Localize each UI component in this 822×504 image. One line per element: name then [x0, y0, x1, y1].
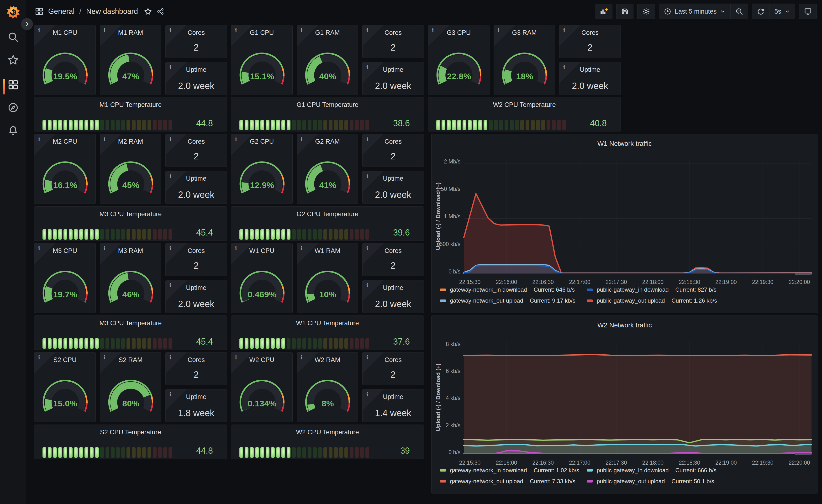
panel-cores-stat[interactable]: iCores2: [165, 352, 227, 385]
panel-cpu-gauge[interactable]: iS2 CPU 15.0%: [34, 352, 96, 422]
panel-cores-stat[interactable]: iCores2: [165, 25, 227, 58]
led-cell: [287, 447, 291, 458]
add-panel-button[interactable]: [595, 4, 612, 19]
legend-item[interactable]: gateway-network_out uploadCurrent: 9.17 …: [440, 297, 575, 304]
panel-cpu-gauge[interactable]: iG1 CPU 15.1%: [231, 25, 293, 95]
legend-series-name[interactable]: gateway-network_out upload: [450, 297, 523, 304]
led-cell: [478, 120, 482, 130]
panel-cpu-gauge[interactable]: iG3 CPU 22.8%: [428, 25, 489, 95]
legend-item[interactable]: public-gateway_out uploadCurrent: 1.26 k…: [587, 297, 717, 304]
star-icon[interactable]: [144, 8, 152, 15]
led-cell: [79, 338, 83, 349]
alerting-bell-icon[interactable]: [8, 125, 19, 136]
refresh-icon: [757, 8, 765, 15]
cycle-view-tv-button[interactable]: [799, 4, 817, 19]
panel-uptime-stat[interactable]: iUptime2.0 week: [559, 62, 621, 95]
led-cell: [58, 229, 62, 239]
panel-temperature-bargauge[interactable]: W1 CPU Temperature37.6: [231, 316, 424, 350]
panel-ram-gauge[interactable]: iG3 RAM 18%: [494, 25, 555, 95]
panel-ram-gauge[interactable]: iM1 RAM 47%: [100, 25, 161, 95]
legend-item[interactable]: gateway-network_in downloadCurrent: 1.02…: [440, 467, 579, 474]
legend-series-name[interactable]: gateway-network_out upload: [450, 478, 523, 485]
panel-uptime-stat[interactable]: iUptime2.0 week: [362, 280, 424, 313]
stat-value: 2.0 week: [363, 81, 424, 91]
breadcrumb-dashboard-title[interactable]: New dashboard: [86, 7, 138, 16]
panel-temperature-bargauge[interactable]: M3 CPU Temperature45.4: [34, 316, 227, 350]
legend-series-name[interactable]: public-gateway_out upload: [597, 478, 665, 485]
legend-series-name[interactable]: gateway-network_in download: [450, 467, 527, 474]
dashboard-settings-button[interactable]: [637, 4, 655, 19]
panel-ram-gauge[interactable]: iG2 RAM 41%: [297, 134, 358, 204]
star-icon[interactable]: [8, 54, 19, 65]
panel-network-traffic[interactable]: W2 Network traffic22:15:3022:16:0022:16:…: [431, 316, 818, 494]
breadcrumb-folder[interactable]: General: [48, 7, 74, 16]
legend-series-name[interactable]: public-gateway_in download: [597, 287, 669, 293]
panel-cpu-gauge[interactable]: iM2 CPU 16.1%: [34, 134, 96, 204]
panel-cpu-gauge[interactable]: iW2 CPU 0.134%: [231, 352, 293, 422]
gauge: 8%: [299, 375, 356, 417]
legend-item[interactable]: public-gateway_out uploadCurrent: 50.1 b…: [587, 478, 714, 485]
panel-uptime-stat[interactable]: iUptime2.0 week: [165, 171, 227, 204]
panel-uptime-stat[interactable]: iUptime1.8 week: [165, 389, 227, 422]
led-cell: [48, 338, 52, 349]
time-range-picker[interactable]: Last 5 minutes: [659, 4, 731, 19]
panel-ram-gauge[interactable]: iM3 RAM 46%: [100, 243, 161, 313]
panel-cpu-gauge[interactable]: iG2 CPU 12.9%: [231, 134, 293, 204]
grafana-logo[interactable]: [6, 5, 20, 19]
panel-cores-stat[interactable]: iCores2: [362, 352, 424, 385]
panel-ram-gauge[interactable]: iS2 RAM 80%: [100, 352, 161, 422]
panel-title: G3 CPU: [428, 29, 489, 36]
panel-cores-stat[interactable]: iCores2: [362, 25, 424, 58]
led-cell: [240, 338, 243, 349]
panel-temperature-bargauge[interactable]: G2 CPU Temperature39.6: [231, 206, 424, 241]
panel-temperature-bargauge[interactable]: M3 CPU Temperature45.4: [34, 206, 227, 241]
led-cell: [339, 229, 343, 239]
panel-ram-gauge[interactable]: iW2 RAM 8%: [297, 352, 358, 422]
legend-item[interactable]: gateway-network_out uploadCurrent: 7.33 …: [440, 478, 575, 485]
led-cell: [158, 338, 162, 349]
legend-item[interactable]: public-gateway_in downloadCurrent: 666 b…: [587, 467, 717, 474]
panel-temperature-bargauge[interactable]: W2 CPU Temperature39: [231, 425, 424, 459]
panel-cpu-gauge[interactable]: iW1 CPU 0.469%: [231, 243, 293, 313]
legend-series-name[interactable]: public-gateway_in download: [597, 467, 669, 474]
panel-cores-stat[interactable]: iCores2: [165, 134, 227, 167]
zoom-out-button[interactable]: [731, 4, 748, 19]
share-icon[interactable]: [156, 8, 164, 15]
panel-cpu-gauge[interactable]: iM3 CPU 19.7%: [34, 243, 96, 313]
dashboards-icon[interactable]: [8, 79, 19, 90]
panel-temperature-bargauge[interactable]: M1 CPU Temperature44.8: [34, 97, 227, 131]
panel-ram-gauge[interactable]: iW1 RAM 10%: [297, 243, 358, 313]
legend-item[interactable]: public-gateway_in downloadCurrent: 827 b…: [587, 287, 717, 293]
legend-series-name[interactable]: gateway-network_in download: [450, 287, 527, 293]
save-dashboard-button[interactable]: [616, 4, 634, 19]
panel-ram-gauge[interactable]: iG1 RAM 40%: [297, 25, 358, 95]
svg-text:1 Mb/s: 1 Mb/s: [444, 213, 460, 219]
legend-item[interactable]: gateway-network_in downloadCurrent: 646 …: [440, 287, 575, 293]
panel-temperature-bargauge[interactable]: W2 CPU Temperature40.8: [428, 97, 621, 131]
refresh-button[interactable]: [752, 4, 769, 19]
panel-uptime-stat[interactable]: iUptime2.0 week: [165, 280, 227, 313]
panel-temperature-bargauge[interactable]: G1 CPU Temperature38.6: [231, 97, 424, 131]
panel-cores-stat[interactable]: iCores2: [362, 243, 424, 276]
panel-ram-gauge[interactable]: iM2 RAM 45%: [100, 134, 161, 204]
panel-cores-stat[interactable]: iCores2: [559, 25, 621, 58]
panel-uptime-stat[interactable]: iUptime2.0 week: [362, 62, 424, 95]
refresh-interval-picker[interactable]: 5s: [770, 4, 795, 19]
panel-uptime-stat[interactable]: iUptime2.0 week: [165, 62, 227, 95]
panel-temperature-bargauge[interactable]: S2 CPU Temperature44.8: [34, 425, 227, 459]
sidebar-expand-button[interactable]: [21, 18, 33, 30]
panel-cpu-gauge[interactable]: iM1 CPU 19.5%: [34, 25, 96, 95]
panel-uptime-stat[interactable]: iUptime2.0 week: [362, 171, 424, 204]
legend-series-name[interactable]: public-gateway_out upload: [597, 297, 665, 304]
search-icon[interactable]: [8, 31, 19, 42]
panel-cores-stat[interactable]: iCores2: [362, 134, 424, 167]
navbar: General / New dashboard La: [26, 0, 822, 23]
panel-title: W1 RAM: [297, 247, 358, 255]
panel-uptime-stat[interactable]: iUptime1.4 week: [362, 389, 424, 422]
panel-network-traffic[interactable]: W1 Network traffic22:15:3022:16:0022:16:…: [431, 134, 818, 313]
explore-compass-icon[interactable]: [8, 102, 19, 113]
panel-title: Uptime: [166, 66, 227, 73]
led-cell: [436, 120, 440, 130]
panel-title: G3 RAM: [494, 29, 555, 36]
panel-cores-stat[interactable]: iCores2: [165, 243, 227, 276]
